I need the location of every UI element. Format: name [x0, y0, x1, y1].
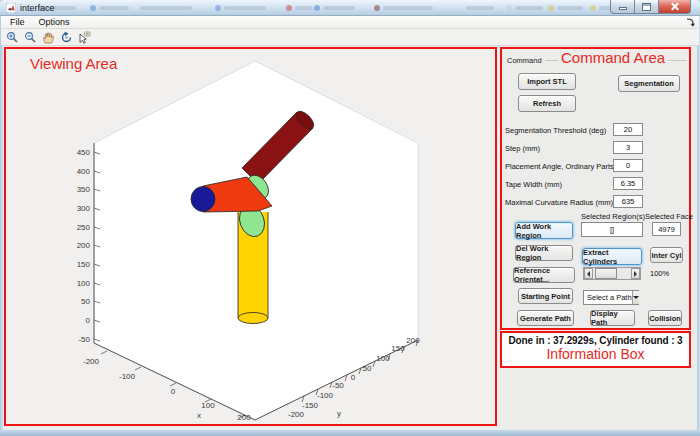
- svg-text:200: 200: [77, 241, 91, 250]
- svg-text:200: 200: [406, 336, 420, 345]
- y-axis-label: y: [337, 409, 341, 418]
- segmentation-threshold-field[interactable]: 20: [613, 123, 643, 136]
- path-dropdown[interactable]: Select a Path: [583, 290, 639, 305]
- window-title: interface: [20, 3, 55, 13]
- reference-orientation-button[interactable]: Reference Orientat...: [513, 267, 575, 283]
- close-button[interactable]: [658, 0, 691, 14]
- z-tick-labels: 450 400 350 300 250 200 150 100 50 0 -50: [77, 148, 91, 344]
- information-box: Done in : 37.2929s, Cylinder found : 3 I…: [500, 331, 691, 368]
- matlab-app-icon: [6, 3, 16, 13]
- svg-text:100: 100: [201, 401, 215, 410]
- step-label: Step (mm): [505, 144, 540, 153]
- background-tab: [374, 4, 433, 12]
- step-field[interactable]: 3: [613, 141, 643, 154]
- placement-angle-field[interactable]: 0: [613, 159, 643, 172]
- svg-text:50: 50: [81, 297, 90, 306]
- selected-regions-field[interactable]: []: [581, 222, 643, 237]
- slider-left-arrow-icon[interactable]: [584, 268, 593, 279]
- x-axis-label: x: [197, 411, 201, 420]
- display-path-button[interactable]: Display Path: [590, 310, 635, 326]
- slider-thumb[interactable]: [595, 268, 617, 279]
- svg-text:100: 100: [376, 354, 390, 363]
- window-border-left: [0, 16, 3, 436]
- max-curvature-radius-field[interactable]: 635: [613, 195, 643, 208]
- background-tab: [548, 4, 583, 12]
- rotate-3d-icon[interactable]: [59, 30, 74, 44]
- slider-track[interactable]: [593, 268, 631, 279]
- pan-icon[interactable]: [41, 30, 56, 44]
- menu-bar: File Options: [1, 16, 699, 29]
- status-text: Done in : 37.2929s, Cylinder found : 3: [502, 335, 689, 346]
- segmentation-button[interactable]: Segmentation: [618, 75, 680, 92]
- zoom-slider[interactable]: [583, 267, 641, 280]
- svg-text:-200: -200: [83, 357, 100, 366]
- slider-right-arrow-icon[interactable]: [631, 268, 640, 279]
- svg-text:450: 450: [77, 148, 91, 157]
- background-tab: [466, 4, 494, 12]
- information-box-annotation: Information Box: [502, 346, 689, 362]
- toolbar: [1, 29, 699, 46]
- zoom-out-icon[interactable]: [23, 30, 38, 44]
- svg-text:-100: -100: [317, 391, 334, 400]
- minimize-button[interactable]: [610, 0, 635, 14]
- starting-point-button[interactable]: Starting Point: [518, 288, 573, 304]
- svg-text:-50: -50: [332, 381, 344, 390]
- svg-text:250: 250: [77, 223, 91, 232]
- background-tab: [140, 4, 192, 12]
- maximize-button[interactable]: [634, 0, 659, 14]
- app-window: interface File Options: [0, 0, 700, 436]
- extract-cylinders-button[interactable]: Extract Cylinders: [582, 248, 642, 265]
- close-icon: [670, 2, 679, 11]
- selected-face-label: Selected Face: [645, 212, 689, 221]
- add-work-region-button[interactable]: Add Work Region: [515, 222, 573, 239]
- svg-text:100: 100: [77, 279, 91, 288]
- path-dropdown-value: Select a Path: [584, 293, 632, 302]
- import-stl-button[interactable]: Import STL: [518, 73, 576, 90]
- selected-face-field[interactable]: 4979: [652, 222, 681, 236]
- segmentation-threshold-label: Segmentation Threshold (deg): [505, 126, 606, 135]
- tape-width-field[interactable]: 6.35: [613, 177, 643, 190]
- client-area: 450 400 350 300 250 200 150 100 50 0 -50: [3, 46, 697, 430]
- maximize-icon: [642, 3, 651, 11]
- svg-text:-50: -50: [78, 335, 90, 344]
- background-tab: [314, 4, 355, 12]
- background-tab: [506, 4, 543, 12]
- background-tab: [90, 4, 129, 12]
- svg-text:50: 50: [363, 364, 372, 373]
- plot-3d-axes[interactable]: 450 400 350 300 250 200 150 100 50 0 -50: [6, 49, 495, 424]
- command-area-annotation: Command Area: [558, 49, 668, 66]
- svg-text:200: 200: [237, 413, 251, 422]
- del-work-region-button[interactable]: Del Work Region: [515, 245, 573, 261]
- zoom-in-icon[interactable]: [5, 30, 20, 44]
- command-area: Command Command Area Import STL Segmenta…: [500, 47, 691, 330]
- inter-cyl-button[interactable]: Inter Cyl: [650, 247, 683, 263]
- vertical-cylinder-cap: [238, 313, 268, 324]
- background-tab: [286, 4, 313, 12]
- zoom-percent-label: 100%: [650, 269, 669, 278]
- minimize-icon: [619, 7, 627, 10]
- window-border-bottom: [0, 430, 700, 436]
- collision-button[interactable]: Collision: [648, 310, 682, 326]
- title-bar[interactable]: interface: [0, 0, 700, 16]
- svg-text:-200: -200: [288, 410, 305, 419]
- viewing-area: 450 400 350 300 250 200 150 100 50 0 -50: [4, 47, 497, 426]
- dock-figure-icon[interactable]: [686, 18, 695, 27]
- viewing-area-annotation: Viewing Area: [30, 55, 117, 72]
- svg-text:400: 400: [77, 167, 91, 176]
- menu-file[interactable]: File: [10, 17, 25, 27]
- background-tab: [215, 4, 266, 12]
- svg-text:0: 0: [171, 387, 176, 396]
- command-group-label: Command: [504, 56, 545, 65]
- menu-options[interactable]: Options: [39, 17, 70, 27]
- svg-text:-100: -100: [119, 372, 136, 381]
- refresh-button[interactable]: Refresh: [518, 95, 576, 112]
- svg-text:-150: -150: [302, 401, 319, 410]
- chevron-down-icon[interactable]: [632, 291, 639, 304]
- svg-text:150: 150: [391, 344, 405, 353]
- svg-text:150: 150: [77, 260, 91, 269]
- selected-regions-label: Selected Region(s): [578, 212, 648, 221]
- svg-text:0: 0: [86, 316, 91, 325]
- horizontal-cylinder-cap: [191, 187, 215, 212]
- data-cursor-icon[interactable]: [77, 30, 92, 44]
- generate-path-button[interactable]: Generate Path: [517, 310, 574, 326]
